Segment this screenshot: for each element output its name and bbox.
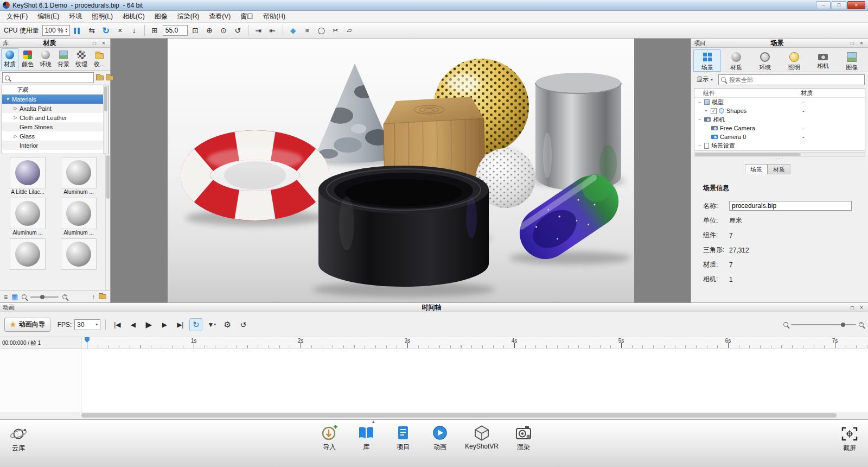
tree-item-glass[interactable]: ▷Glass [2, 131, 108, 141]
focal-length-input[interactable] [163, 25, 188, 36]
open-folder-button[interactable] [99, 294, 106, 299]
collapse-icon[interactable]: − [697, 117, 702, 122]
zoom-fit-button[interactable]: ⊙ [218, 24, 230, 37]
menu-view[interactable]: 查看(V) [204, 11, 235, 22]
project-float-button[interactable]: □ [848, 40, 856, 46]
library-close-button[interactable]: × [100, 40, 107, 46]
project-search-input[interactable] [728, 76, 862, 84]
library-tree-scrollbar[interactable] [103, 85, 108, 154]
scene-name-input[interactable] [729, 201, 852, 211]
animation-dock-button[interactable]: 动画 [428, 425, 452, 452]
spinner-icon[interactable]: ▴▾ [66, 28, 67, 33]
ground-plane-button[interactable]: ▱ [343, 24, 356, 37]
subtab-material[interactable]: 材质 [768, 164, 790, 174]
screenshot-button[interactable]: 截屏 [838, 426, 861, 453]
round-edges-button[interactable]: ◯ [315, 24, 328, 37]
expander-icon[interactable]: ▷ [13, 115, 18, 120]
import-geometry-button[interactable]: ⇤ [266, 24, 279, 37]
filter-animations-button[interactable]: ▼▾ [205, 318, 218, 331]
material-thumbnail[interactable]: Aluminum ... [55, 157, 103, 195]
close-button[interactable]: × [847, 1, 865, 9]
grid-view-button[interactable]: ▦ [11, 293, 18, 300]
thumbnail-scrollbar[interactable] [105, 154, 110, 291]
render-dock-button[interactable]: 渲染 [512, 425, 535, 452]
visibility-checkbox[interactable]: ✓ [711, 108, 717, 114]
timeline-zoom-slider[interactable] [791, 324, 856, 325]
expander-icon[interactable]: ▾ [5, 97, 10, 102]
stop-render-button[interactable]: × [114, 24, 126, 37]
perspective-button[interactable]: ⊞ [149, 24, 161, 37]
list-view-button[interactable]: ≡ [4, 294, 8, 300]
step-forward-button[interactable]: ▶ [158, 318, 171, 331]
slider-knob[interactable] [841, 323, 845, 327]
menu-lighting[interactable]: 照明(L) [87, 11, 118, 22]
project-tab-image[interactable]: 图像 [838, 49, 866, 72]
tree-group-downloads[interactable]: 下载 [2, 85, 108, 94]
dock-collapse-handle[interactable]: ▴ [372, 419, 375, 424]
timeline-ruler[interactable]: 00:00:000 / 帧 1 1s 2s 3s 4s 5s 6s 7s [0, 337, 868, 349]
timeline-settings-button[interactable]: ⚙ [221, 318, 234, 331]
menu-render[interactable]: 渲染(R) [173, 11, 205, 22]
skip-to-start-button[interactable]: |◀ [111, 318, 124, 331]
project-dock-button[interactable]: 项目 [391, 425, 415, 452]
tree-item-free-camera[interactable]: Free Camera - [694, 124, 865, 132]
zoom-in-button[interactable]: ⊕ [203, 24, 216, 37]
timeline-close-button[interactable]: × [858, 305, 865, 311]
library-search-input[interactable] [12, 74, 91, 81]
menu-camera[interactable]: 相机(C) [118, 11, 150, 22]
material-thumbnail[interactable]: Aluminum ... [55, 198, 103, 236]
cloud-library-button[interactable]: 云库 [7, 426, 30, 453]
project-tab-scene[interactable]: 场景 [693, 49, 721, 72]
tree-item-axalta-paint[interactable]: ▷Axalta Paint [2, 104, 108, 113]
scrollbar-thumb[interactable] [104, 86, 107, 111]
display-filter-select[interactable]: 显示▾ [694, 74, 715, 85]
geometry-editor-button[interactable]: ■ [301, 24, 314, 37]
collapse-icon[interactable]: − [697, 99, 702, 105]
download-button[interactable]: ↓ [128, 24, 141, 37]
tree-item-materials[interactable]: ▾Materials [2, 94, 108, 104]
scrollbar-thumb[interactable] [695, 153, 801, 156]
fps-select[interactable]: 30▾ [74, 319, 100, 330]
skip-to-end-button[interactable]: ▶| [174, 318, 187, 331]
collapse-icon[interactable]: − [697, 143, 702, 148]
menu-edit[interactable]: 编辑(E) [33, 11, 64, 22]
project-tab-lighting[interactable]: 照明 [780, 49, 808, 72]
realtime-viewport[interactable] [111, 39, 691, 302]
upload-material-button[interactable]: ↑ [92, 294, 95, 300]
step-back-button[interactable]: ◀ [126, 318, 139, 331]
scrollbar-thumb[interactable] [106, 155, 110, 199]
thumbnail-zoom-out-icon[interactable] [22, 294, 27, 299]
library-tab-colors[interactable]: 颜色 [19, 48, 36, 70]
tree-item-gem-stones[interactable]: Gem Stones [2, 122, 108, 131]
library-tab-backplates[interactable]: 背景 [55, 48, 72, 70]
section-cut-button[interactable]: ✂ [329, 24, 342, 37]
thumbnail-size-slider[interactable] [30, 296, 59, 298]
loop-toggle-button[interactable]: ↻ [189, 318, 202, 331]
scrollbar-thumb[interactable] [81, 413, 837, 418]
keyshotvr-button[interactable]: KeyShotVR [465, 425, 499, 452]
library-tab-favorites[interactable]: 收... [91, 49, 108, 70]
library-tab-environments[interactable]: 环境 [37, 48, 54, 70]
orbit-button[interactable]: ↺ [232, 24, 244, 37]
scene-tree-scrollbar[interactable] [694, 152, 865, 157]
tree-item-cameras[interactable]: − 相机 [694, 115, 865, 124]
expand-icon[interactable]: + [704, 108, 709, 113]
animation-wizard-button[interactable]: ★ 动画向导 [4, 318, 50, 332]
refresh-preview-button[interactable]: ↺ [237, 318, 250, 331]
timeline-scrollbar[interactable] [0, 412, 868, 419]
tree-item-interior[interactable]: Interior [2, 141, 108, 150]
project-tab-environment[interactable]: 环境 [751, 49, 779, 72]
timeline-zoom-out-icon[interactable] [783, 322, 788, 327]
sync-button[interactable]: ⇆ [86, 24, 98, 37]
add-folder-button[interactable] [96, 73, 104, 83]
maximize-button[interactable]: □ [832, 1, 846, 9]
material-thumbnail[interactable]: Aluminum ... [4, 198, 52, 236]
playhead[interactable] [87, 337, 87, 349]
menu-environment[interactable]: 环境 [64, 11, 87, 22]
project-search-box[interactable] [718, 74, 865, 85]
menu-help[interactable]: 帮助(H) [258, 11, 290, 22]
export-geometry-button[interactable]: ⇥ [252, 24, 265, 37]
timeline-float-button[interactable]: □ [848, 305, 856, 311]
timeline-zoom-in-icon[interactable] [859, 322, 864, 327]
panel-splitter-handle[interactable]: ··· [691, 157, 868, 162]
